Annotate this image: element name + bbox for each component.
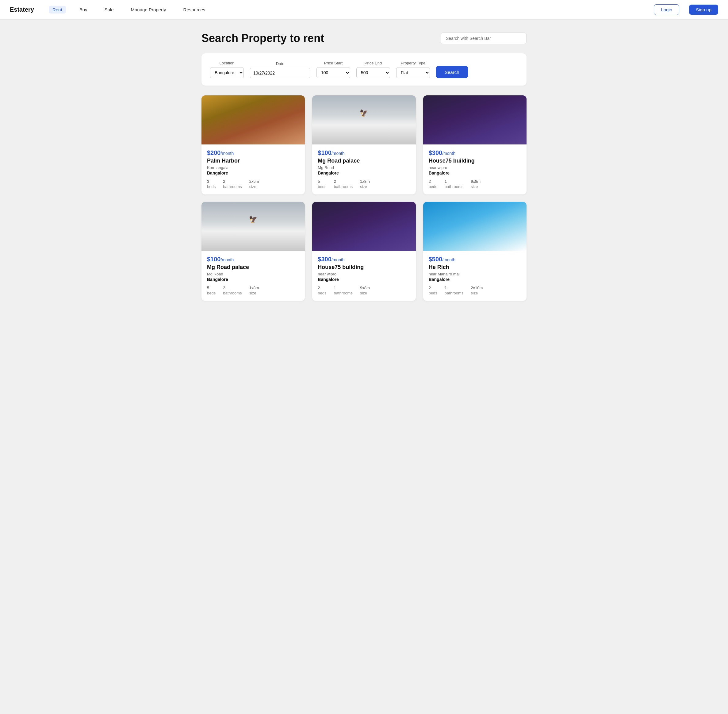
property-card[interactable]: $200/month Palm Harbor Kormangala Bangal… [201,95,305,195]
size-label: size [471,184,481,189]
location-select[interactable]: Bangalore Mumbai Delhi Chennai [210,67,244,78]
size-value: 1x8m [360,179,370,184]
size-detail: 1x8m size [360,179,370,189]
bathrooms-detail: 2 bathrooms [223,285,242,296]
nav-sale[interactable]: Sale [100,6,117,14]
size-value: 9x8m [471,179,481,184]
location-filter: Location Bangalore Mumbai Delhi Chennai [210,61,244,78]
size-label: size [360,291,370,296]
bathrooms-value: 1 [334,285,353,290]
property-image [312,202,415,251]
beds-value: 5 [318,179,326,184]
card-name: He Rich [429,264,521,270]
card-area: near wipro [429,165,521,170]
card-name: House75 building [318,264,410,270]
location-label: Location [210,61,244,65]
nav-buy[interactable]: Buy [76,6,91,14]
price-period: /month [331,257,345,262]
size-value: 2x5m [249,179,259,184]
beds-detail: 2 beds [429,179,437,189]
price-period: /month [221,151,234,156]
beds-label: beds [429,291,437,296]
beds-detail: 2 beds [318,285,326,296]
card-body: $100/month Mg Road palace Mg Road Bangal… [201,251,305,301]
card-details: 2 beds 1 bathrooms 9x8m size [318,285,410,296]
search-button[interactable]: Search [436,66,468,78]
card-body: $200/month Palm Harbor Kormangala Bangal… [201,144,305,195]
card-price: $100/month [318,149,410,156]
signup-button[interactable]: Sign up [689,4,718,15]
price-period: /month [442,257,455,262]
card-city: Bangalore [429,277,521,282]
card-details: 5 beds 2 bathrooms 1x8m size [207,285,299,296]
card-body: $300/month House75 building near wipro B… [423,144,527,195]
bathrooms-detail: 1 bathrooms [445,285,463,296]
nav-rent[interactable]: Rent [49,6,66,14]
beds-detail: 3 beds [207,179,216,189]
bathrooms-label: bathrooms [445,184,463,189]
property-image [201,202,305,251]
beds-label: beds [318,291,326,296]
date-filter: Date [250,62,310,78]
size-detail: 2x10m size [471,285,483,296]
card-details: 2 beds 1 bathrooms 2x10m size [429,285,521,296]
properties-grid: $200/month Palm Harbor Kormangala Bangal… [201,95,527,301]
card-body: $500/month He Rich near Manajro mall Ban… [423,251,527,301]
beds-value: 5 [207,285,216,290]
price-end-label: Price End [357,61,390,65]
property-type-select[interactable]: Flat House Villa Studio [396,67,430,78]
price-period: /month [331,151,345,156]
main-content: Search Property to rent Location Bangalo… [195,20,533,313]
bathrooms-detail: 2 bathrooms [223,179,242,189]
property-card[interactable]: $500/month He Rich near Manajro mall Ban… [423,202,527,301]
login-button[interactable]: Login [654,4,679,15]
size-label: size [471,291,483,296]
price-period: /month [442,151,455,156]
card-city: Bangalore [318,277,410,282]
property-image [312,95,415,144]
search-bar-input[interactable] [441,33,527,44]
date-label: Date [250,62,310,66]
card-area: Mg Road [318,165,410,170]
price-end-select[interactable]: 500 600 700 800 1000 [357,67,390,78]
price-start-label: Price Start [316,61,350,65]
size-label: size [249,291,259,296]
price-end-filter: Price End 500 600 700 800 1000 [357,61,390,78]
nav-manage[interactable]: Manage Property [127,6,170,14]
card-name: House75 building [429,158,521,164]
nav-resources[interactable]: Resources [180,6,209,14]
beds-label: beds [429,184,437,189]
bathrooms-value: 1 [445,285,463,290]
property-card[interactable]: $100/month Mg Road palace Mg Road Bangal… [312,95,415,195]
property-image [201,95,305,144]
bathrooms-label: bathrooms [223,291,242,296]
property-type-filter: Property Type Flat House Villa Studio [396,61,430,78]
card-city: Bangalore [318,171,410,176]
beds-detail: 5 beds [207,285,216,296]
beds-label: beds [318,184,326,189]
size-value: 9x8m [360,285,370,290]
bathrooms-detail: 1 bathrooms [445,179,463,189]
price-start-select[interactable]: 100 200 300 400 500 [316,67,350,78]
card-body: $300/month House75 building near wipro B… [312,251,415,301]
size-detail: 9x8m size [471,179,481,189]
date-input[interactable] [250,68,310,78]
property-type-label: Property Type [396,61,430,65]
card-name: Mg Road palace [207,264,299,270]
card-details: 2 beds 1 bathrooms 9x8m size [429,179,521,189]
card-area: near wipro [318,272,410,276]
card-price: $300/month [429,149,521,156]
property-card[interactable]: $300/month House75 building near wipro B… [423,95,527,195]
header-row: Search Property to rent [201,32,527,45]
price-start-filter: Price Start 100 200 300 400 500 [316,61,350,78]
property-card[interactable]: $100/month Mg Road palace Mg Road Bangal… [201,202,305,301]
card-price: $100/month [207,256,299,263]
size-detail: 2x5m size [249,179,259,189]
price-period: /month [221,257,234,262]
beds-value: 2 [429,179,437,184]
bathrooms-value: 1 [445,179,463,184]
size-value: 1x8m [249,285,259,290]
bathrooms-detail: 2 bathrooms [334,179,353,189]
property-card[interactable]: $300/month House75 building near wipro B… [312,202,415,301]
card-city: Bangalore [429,171,521,176]
